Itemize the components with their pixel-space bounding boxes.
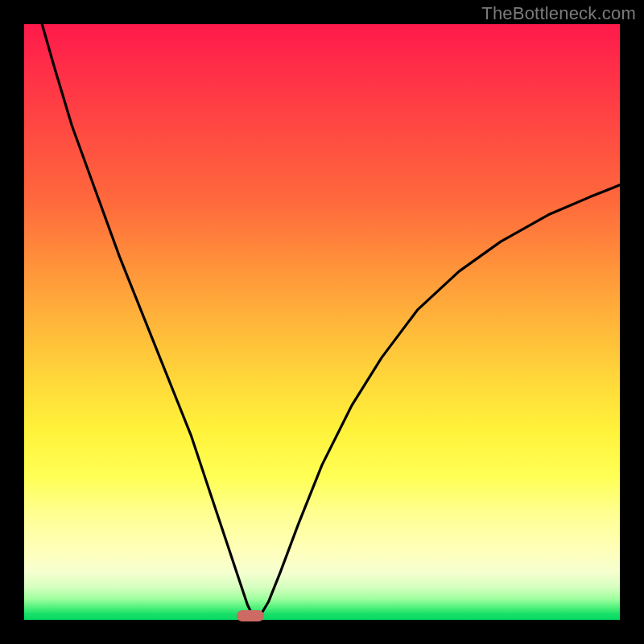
optimum-marker <box>237 610 264 621</box>
watermark-text: TheBottleneck.com <box>481 3 636 24</box>
chart-frame: TheBottleneck.com <box>0 0 644 644</box>
bottleneck-curve <box>24 24 620 620</box>
curve-left-branch <box>42 24 254 617</box>
curve-right-branch <box>259 185 620 617</box>
plot-area <box>24 24 620 620</box>
